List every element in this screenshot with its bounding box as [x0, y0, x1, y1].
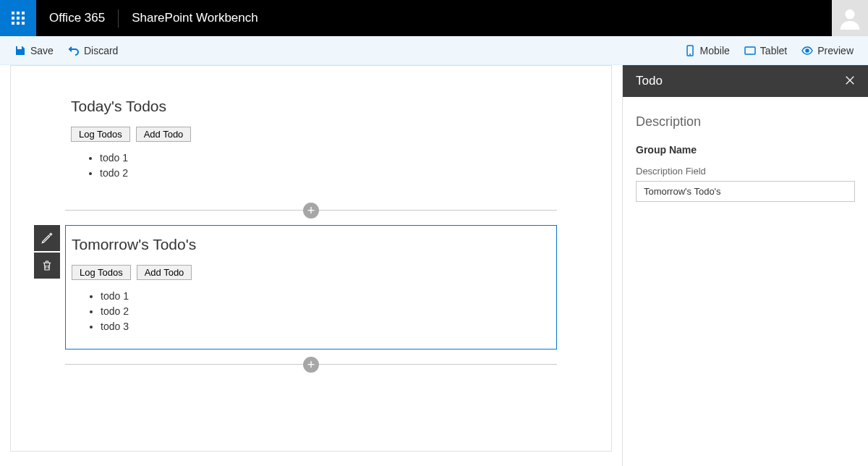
eye-icon — [801, 45, 813, 56]
todo-item: todo 1 — [101, 289, 550, 304]
tablet-icon — [744, 45, 756, 56]
pencil-icon — [41, 232, 54, 245]
todo-item: todo 3 — [101, 319, 550, 334]
product-label: SharePoint Workbench — [119, 0, 271, 36]
todo-item: todo 2 — [101, 304, 550, 319]
preview-button[interactable]: Preview — [794, 36, 861, 64]
tablet-label: Tablet — [760, 45, 787, 56]
webpart-today[interactable]: Today's Todos Log Todos Add Todo todo 1 … — [65, 88, 557, 195]
property-pane: Todo Description Group Name Description … — [622, 65, 868, 466]
waffle-icon — [12, 12, 25, 25]
close-pane-button[interactable] — [845, 74, 855, 89]
add-webpart-button[interactable]: + — [303, 203, 319, 219]
mobile-button[interactable]: Mobile — [677, 36, 737, 64]
tablet-button[interactable]: Tablet — [737, 36, 794, 64]
webpart-toolbar — [34, 225, 60, 280]
webpart-title: Tomorrow's Todo's — [72, 236, 550, 253]
add-webpart-button[interactable]: + — [303, 357, 319, 373]
save-button[interactable]: Save — [7, 36, 61, 64]
webpart-title: Today's Todos — [71, 98, 551, 115]
todo-list: todo 1 todo 2 todo 3 — [101, 289, 550, 334]
app-launcher-button[interactable] — [0, 0, 36, 36]
log-todos-button[interactable]: Log Todos — [72, 265, 131, 280]
property-field-label: Description Field — [636, 166, 855, 177]
delete-webpart-button[interactable] — [34, 253, 60, 279]
preview-label: Preview — [817, 45, 854, 56]
add-todo-button[interactable]: Add Todo — [137, 265, 192, 280]
close-icon — [845, 75, 855, 85]
add-todo-button[interactable]: Add Todo — [136, 127, 192, 142]
command-bar: Save Discard Mobile Tablet Preview — [0, 36, 868, 65]
workbench-canvas: Today's Todos Log Todos Add Todo todo 1 … — [0, 65, 622, 466]
todo-list: todo 1 todo 2 — [100, 151, 551, 181]
brand-label: Office 365 — [36, 0, 118, 36]
todo-item: todo 2 — [100, 166, 551, 181]
webpart-zone: Today's Todos Log Todos Add Todo todo 1 … — [65, 88, 557, 365]
property-group-name: Group Name — [636, 144, 855, 156]
property-pane-title: Todo — [636, 74, 663, 88]
svg-point-0 — [845, 9, 854, 19]
svg-rect-3 — [745, 47, 755, 54]
todo-item: todo 1 — [100, 151, 551, 166]
suite-bar: Office 365 SharePoint Workbench — [0, 0, 868, 36]
discard-button[interactable]: Discard — [61, 36, 125, 64]
property-pane-header: Todo — [623, 65, 868, 97]
user-avatar[interactable] — [832, 0, 868, 36]
svg-point-4 — [806, 49, 809, 52]
save-label: Save — [30, 45, 54, 56]
add-webpart-divider: + — [65, 364, 557, 365]
webpart-tomorrow[interactable]: Tomorrow's Todo's Log Todos Add Todo tod… — [65, 225, 557, 350]
mobile-label: Mobile — [700, 45, 730, 56]
description-input[interactable] — [636, 181, 855, 202]
save-icon — [14, 45, 26, 56]
trash-icon — [41, 259, 54, 272]
person-icon — [838, 7, 861, 30]
edit-webpart-button[interactable] — [34, 225, 60, 251]
add-webpart-divider: + — [65, 210, 557, 211]
mobile-icon — [684, 45, 696, 56]
discard-label: Discard — [84, 45, 118, 56]
log-todos-button[interactable]: Log Todos — [71, 127, 130, 142]
property-section-title: Description — [636, 114, 855, 130]
undo-icon — [68, 45, 80, 56]
